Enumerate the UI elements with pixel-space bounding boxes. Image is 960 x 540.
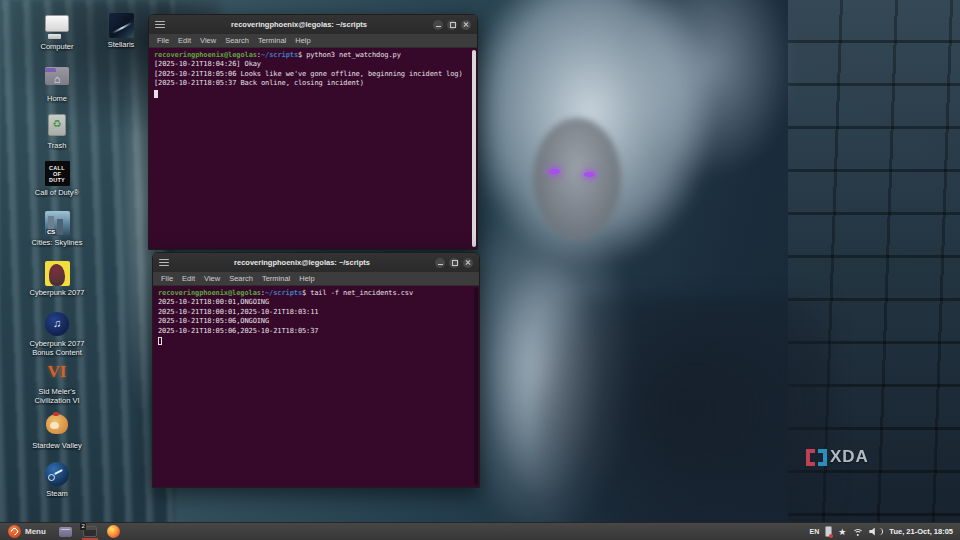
wallpaper-elf-body	[535, 295, 835, 540]
menu-help[interactable]: Help	[299, 274, 314, 283]
wallpaper-elf-hair	[430, 0, 830, 540]
titlebar[interactable]: recoveringphoenix@legolas: ~/scripts	[153, 253, 479, 272]
volume-wave-icon	[879, 528, 883, 535]
menu-search[interactable]: Search	[229, 274, 253, 283]
desktop-icon-label: Cities: Skylines	[25, 239, 89, 248]
wallpaper-elf-eye-left	[549, 169, 560, 174]
wallpaper-elf-eye-right	[584, 172, 595, 177]
desktop-icon-cities-skylines[interactable]: CS Cities: Skylines	[25, 211, 89, 248]
taskbar-firefox-button[interactable]	[102, 523, 126, 540]
command-text: python3 net_watchdog.py	[306, 51, 401, 59]
civilization-vi-icon: VI	[44, 360, 70, 384]
desktop-icon-label: Civilization VI	[25, 397, 89, 406]
menubar: File Edit View Search Terminal Help	[149, 34, 477, 48]
taskbar-terminal-button[interactable]: 2	[78, 523, 102, 540]
desktop-icon-call-of-duty[interactable]: CALL OF DUTY Call of Duty®	[25, 161, 89, 198]
cities-icon-text: CS	[46, 229, 56, 235]
desktop-icon-label: Computer	[25, 43, 89, 52]
volume-icon[interactable]	[869, 528, 877, 536]
desktop-icon-home[interactable]: Home	[25, 63, 89, 104]
scrollbar[interactable]	[472, 50, 476, 247]
cities-skylines-icon: CS	[45, 211, 70, 236]
scrollbar[interactable]	[474, 288, 478, 485]
cod-icon-text: OF DUTY	[45, 171, 70, 183]
maximize-button[interactable]	[449, 258, 459, 268]
desktop-icon-stellaris[interactable]: Stellaris	[93, 13, 149, 50]
terminal-output-line: [2025-10-21T18:05:06 Looks like we've go…	[154, 70, 472, 79]
desktop-icon-civilization-6[interactable]: VI Sid Meier's Civilization VI	[25, 360, 89, 405]
minimize-button[interactable]	[433, 20, 443, 30]
window-title: recoveringphoenix@legolas: ~/scripts	[169, 258, 435, 267]
terminal-cursor	[154, 90, 158, 98]
desktop-icon-computer[interactable]: Computer	[25, 13, 89, 52]
maximize-button[interactable]	[447, 20, 457, 30]
menu-button-label: Menu	[25, 527, 46, 536]
titlebar[interactable]: recoveringphoenix@legolas: ~/scripts	[149, 15, 477, 34]
terminal-output-line: 2025-10-21T18:05:06,2025-10-21T18:05:37	[158, 327, 474, 336]
menu-file[interactable]: File	[161, 274, 173, 283]
hamburger-menu-icon[interactable]	[159, 259, 169, 266]
terminal-output-line: [2025-10-21T18:05:37 Back online, closin…	[154, 79, 472, 88]
terminal-output-line: 2025-10-21T18:00:01,ONGOING	[158, 298, 474, 307]
start-menu-button[interactable]: Menu	[0, 523, 54, 540]
terminal-output-line: [2025-10-21T18:04:26] Okay	[154, 60, 472, 69]
file-manager-icon	[59, 527, 72, 537]
desktop-icon-trash[interactable]: Trash	[25, 112, 89, 151]
terminal-output-line: 2025-10-21T18:05:06,ONGOING	[158, 317, 474, 326]
menu-edit[interactable]: Edit	[178, 36, 191, 45]
stellaris-icon	[109, 13, 134, 38]
menu-view[interactable]: View	[204, 274, 220, 283]
desktop-icon-label: Trash	[25, 142, 89, 151]
keyboard-layout-indicator[interactable]: EN	[810, 528, 820, 535]
menu-view[interactable]: View	[200, 36, 216, 45]
prompt-user: recoveringphoenix@legolas	[154, 51, 257, 59]
desktop-icon-label: Stardew Valley	[25, 442, 89, 451]
xda-watermark-text: XDA	[830, 447, 869, 467]
menu-terminal[interactable]: Terminal	[262, 274, 290, 283]
desktop: XDA Computer Stellaris Home Trash CALL O…	[0, 0, 960, 540]
desktop-icon-label: Stellaris	[93, 41, 149, 50]
desktop-icon-label: Cyberpunk 2077	[25, 289, 89, 298]
device-notification-icon[interactable]	[825, 526, 832, 537]
desktop-icon-cyberpunk[interactable]: Cyberpunk 2077	[25, 261, 89, 298]
menu-terminal[interactable]: Terminal	[258, 36, 286, 45]
call-of-duty-icon: CALL OF DUTY	[45, 161, 70, 186]
terminal-body[interactable]: recoveringphoenix@legolas:~/scripts$pyth…	[149, 48, 477, 249]
minimize-button[interactable]	[435, 258, 445, 268]
desktop-icon-cyberpunk-bonus[interactable]: Cyberpunk 2077 Bonus Content	[25, 311, 89, 357]
distro-logo-icon	[8, 525, 21, 538]
close-button[interactable]	[463, 258, 473, 268]
clock[interactable]: Tue, 21-Oct, 18:05	[889, 527, 953, 536]
taskbar-file-manager-button[interactable]	[54, 523, 78, 540]
prompt-line: recoveringphoenix@legolas:~/scripts$tail…	[158, 289, 474, 298]
menubar: File Edit View Search Terminal Help	[153, 272, 479, 286]
window-title: recoveringphoenix@legolas: ~/scripts	[165, 20, 433, 29]
desktop-icon-label: Call of Duty®	[25, 189, 89, 198]
wallpaper-elf-hair-lower	[468, 245, 638, 540]
chicken-icon	[46, 414, 68, 434]
menu-edit[interactable]: Edit	[182, 274, 195, 283]
wifi-icon[interactable]	[852, 527, 863, 536]
terminal-body[interactable]: recoveringphoenix@legolas:~/scripts$tail…	[153, 286, 479, 487]
hamburger-menu-icon[interactable]	[155, 21, 165, 28]
xda-bracket-right-icon	[818, 449, 827, 466]
desktop-icon-steam[interactable]: Steam	[25, 461, 89, 499]
cyberpunk-icon	[45, 261, 70, 286]
close-button[interactable]	[461, 20, 471, 30]
taskbar: Menu 2 EN ★ Tue, 21-Oct, 18:05	[0, 522, 960, 540]
wallpaper-elf-face	[533, 118, 621, 240]
trash-icon	[48, 114, 66, 136]
star-icon[interactable]: ★	[838, 527, 846, 537]
menu-file[interactable]: File	[157, 36, 169, 45]
desktop-icon-label: Home	[25, 95, 89, 104]
menu-help[interactable]: Help	[295, 36, 310, 45]
prompt-path: ~/scripts	[261, 51, 298, 59]
prompt-dollar: $	[298, 51, 302, 59]
desktop-icon-stardew-valley[interactable]: Stardew Valley	[25, 411, 89, 451]
prompt-user: recoveringphoenix@legolas	[158, 289, 261, 297]
music-note-icon	[45, 312, 69, 336]
menu-search[interactable]: Search	[225, 36, 249, 45]
terminal-cursor	[158, 337, 162, 345]
terminal-window-1: recoveringphoenix@legolas: ~/scripts Fil…	[148, 14, 478, 250]
desktop-icon-label: Bonus Content	[25, 349, 89, 358]
